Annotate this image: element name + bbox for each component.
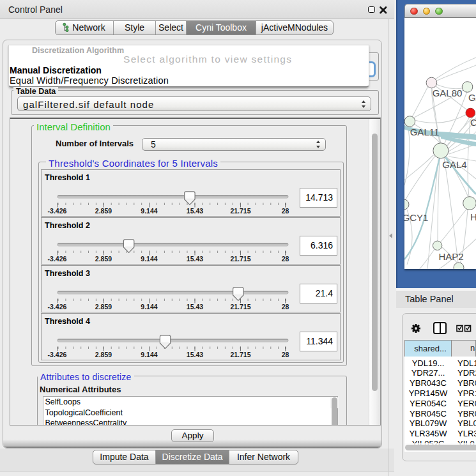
svg-text:GAL80: GAL80 bbox=[433, 88, 463, 98]
svg-text:H: H bbox=[470, 211, 476, 222]
svg-text:GAL4: GAL4 bbox=[442, 159, 466, 170]
svg-text:C: C bbox=[470, 117, 476, 128]
svg-text:GAL11: GAL11 bbox=[410, 127, 440, 137]
svg-text:GAL7: GAL7 bbox=[468, 92, 476, 103]
svg-text:HAP2: HAP2 bbox=[438, 251, 463, 262]
svg-text:GCY1: GCY1 bbox=[404, 212, 428, 223]
